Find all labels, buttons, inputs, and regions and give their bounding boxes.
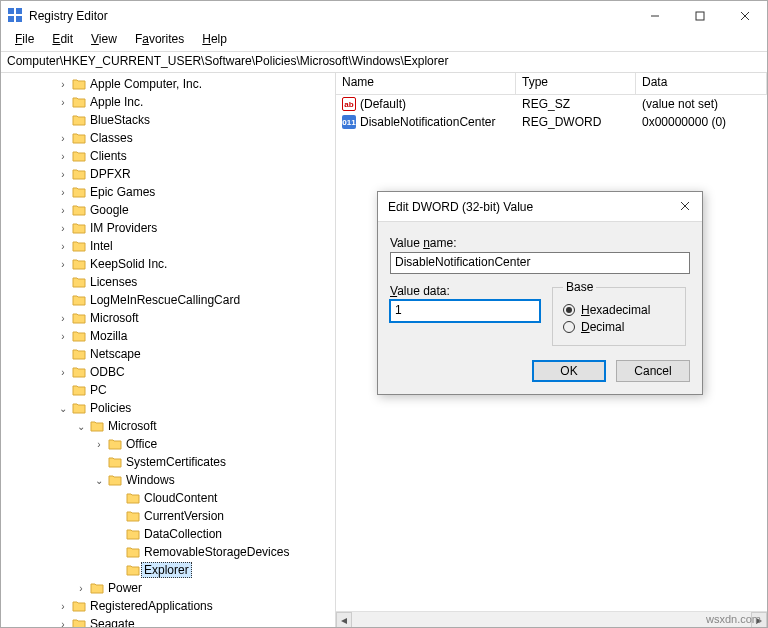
- chevron-right-icon[interactable]: ›: [55, 617, 71, 627]
- scroll-track[interactable]: [352, 612, 751, 627]
- tree-item[interactable]: ›Intel: [1, 237, 335, 255]
- folder-icon: [71, 95, 87, 109]
- app-icon: [7, 7, 23, 26]
- tree-item[interactable]: ›Power: [1, 579, 335, 597]
- chevron-right-icon[interactable]: ›: [55, 131, 71, 145]
- chevron-right-icon[interactable]: ›: [55, 95, 71, 109]
- titlebar[interactable]: Registry Editor: [1, 1, 767, 31]
- column-headers[interactable]: Name Type Data: [336, 73, 767, 95]
- tree-item-label: SystemCertificates: [123, 455, 229, 469]
- tree-item[interactable]: ›ODBC: [1, 363, 335, 381]
- ok-button[interactable]: OK: [532, 360, 606, 382]
- chevron-down-icon[interactable]: ⌄: [55, 401, 71, 415]
- chevron-right-icon[interactable]: ›: [55, 77, 71, 91]
- folder-icon: [71, 617, 87, 627]
- spacer: [91, 455, 107, 469]
- folder-icon: [89, 581, 105, 595]
- chevron-down-icon[interactable]: ⌄: [73, 419, 89, 433]
- tree-item[interactable]: ›RegisteredApplications: [1, 597, 335, 615]
- value-name-field[interactable]: DisableNotificationCenter: [390, 252, 690, 274]
- tree-pane[interactable]: ›Apple Computer, Inc.›Apple Inc.BlueStac…: [1, 73, 336, 627]
- tree-item[interactable]: CurrentVersion: [1, 507, 335, 525]
- edit-dword-dialog: Edit DWORD (32-bit) Value Value name: Di…: [377, 191, 703, 395]
- chevron-right-icon[interactable]: ›: [73, 581, 89, 595]
- base-legend: Base: [563, 280, 596, 294]
- chevron-right-icon[interactable]: ›: [91, 437, 107, 451]
- dialog-close-button[interactable]: [668, 200, 702, 214]
- radio-hexadecimal[interactable]: Hexadecimal: [563, 303, 675, 317]
- spacer: [55, 383, 71, 397]
- tree-item[interactable]: ⌄Policies: [1, 399, 335, 417]
- tree-item[interactable]: ›KeepSolid Inc.: [1, 255, 335, 273]
- cancel-button[interactable]: Cancel: [616, 360, 690, 382]
- tree-item[interactable]: ›Clients: [1, 147, 335, 165]
- svg-rect-1: [16, 8, 22, 14]
- chevron-down-icon[interactable]: ⌄: [91, 473, 107, 487]
- col-type[interactable]: Type: [516, 73, 636, 94]
- chevron-right-icon[interactable]: ›: [55, 365, 71, 379]
- tree-item-label: Seagate: [87, 617, 138, 627]
- tree-item[interactable]: ⌄Microsoft: [1, 417, 335, 435]
- tree-item[interactable]: ›DPFXR: [1, 165, 335, 183]
- tree-item-label: Google: [87, 203, 132, 217]
- tree-item[interactable]: ›Microsoft: [1, 309, 335, 327]
- chevron-right-icon[interactable]: ›: [55, 239, 71, 253]
- tree-item[interactable]: Netscape: [1, 345, 335, 363]
- tree-item[interactable]: PC: [1, 381, 335, 399]
- tree-item[interactable]: Licenses: [1, 273, 335, 291]
- value-row[interactable]: ab(Default)REG_SZ(value not set): [336, 95, 767, 113]
- chevron-right-icon[interactable]: ›: [55, 311, 71, 325]
- tree-item[interactable]: RemovableStorageDevices: [1, 543, 335, 561]
- maximize-button[interactable]: [677, 1, 722, 31]
- col-data[interactable]: Data: [636, 73, 767, 94]
- close-button[interactable]: [722, 1, 767, 31]
- minimize-button[interactable]: [632, 1, 677, 31]
- tree-item-label: Mozilla: [87, 329, 130, 343]
- menu-view[interactable]: View: [83, 31, 125, 51]
- chevron-right-icon[interactable]: ›: [55, 221, 71, 235]
- radio-dec-icon: [563, 321, 575, 333]
- tree-item[interactable]: ›Mozilla: [1, 327, 335, 345]
- tree-item-label: Apple Inc.: [87, 95, 146, 109]
- menu-file[interactable]: File: [7, 31, 42, 51]
- tree-item[interactable]: ⌄Windows: [1, 471, 335, 489]
- tree-item[interactable]: Explorer: [1, 561, 335, 579]
- menu-help[interactable]: Help: [194, 31, 235, 51]
- horizontal-scrollbar[interactable]: ◂ ▸: [336, 611, 767, 627]
- folder-icon: [71, 257, 87, 271]
- tree-item[interactable]: ›IM Providers: [1, 219, 335, 237]
- folder-icon: [71, 77, 87, 91]
- svg-rect-3: [16, 16, 22, 22]
- chevron-right-icon[interactable]: ›: [55, 203, 71, 217]
- tree-item[interactable]: LogMeInRescueCallingCard: [1, 291, 335, 309]
- tree-item[interactable]: SystemCertificates: [1, 453, 335, 471]
- chevron-right-icon[interactable]: ›: [55, 329, 71, 343]
- tree-item[interactable]: ›Office: [1, 435, 335, 453]
- tree-item[interactable]: ›Google: [1, 201, 335, 219]
- chevron-right-icon[interactable]: ›: [55, 185, 71, 199]
- tree-item[interactable]: ›Classes: [1, 129, 335, 147]
- tree-item[interactable]: CloudContent: [1, 489, 335, 507]
- chevron-right-icon[interactable]: ›: [55, 149, 71, 163]
- chevron-right-icon[interactable]: ›: [55, 167, 71, 181]
- scroll-left-button[interactable]: ◂: [336, 612, 352, 627]
- value-type: REG_DWORD: [516, 115, 636, 129]
- tree-item[interactable]: ›Seagate: [1, 615, 335, 627]
- menu-favorites[interactable]: Favorites: [127, 31, 192, 51]
- tree-item[interactable]: ›Epic Games: [1, 183, 335, 201]
- spacer: [109, 545, 125, 559]
- dialog-titlebar[interactable]: Edit DWORD (32-bit) Value: [378, 192, 702, 222]
- address-bar[interactable]: Computer\HKEY_CURRENT_USER\Software\Poli…: [1, 51, 767, 73]
- menu-edit[interactable]: Edit: [44, 31, 81, 51]
- tree-item[interactable]: DataCollection: [1, 525, 335, 543]
- value-data-input[interactable]: 1: [390, 300, 540, 322]
- radio-decimal[interactable]: Decimal: [563, 320, 675, 334]
- value-row[interactable]: 011DisableNotificationCenterREG_DWORD0x0…: [336, 113, 767, 131]
- tree-item[interactable]: ›Apple Computer, Inc.: [1, 75, 335, 93]
- chevron-right-icon[interactable]: ›: [55, 599, 71, 613]
- chevron-right-icon[interactable]: ›: [55, 257, 71, 271]
- tree-item[interactable]: BlueStacks: [1, 111, 335, 129]
- col-name[interactable]: Name: [336, 73, 516, 94]
- tree-item[interactable]: ›Apple Inc.: [1, 93, 335, 111]
- folder-icon: [71, 293, 87, 307]
